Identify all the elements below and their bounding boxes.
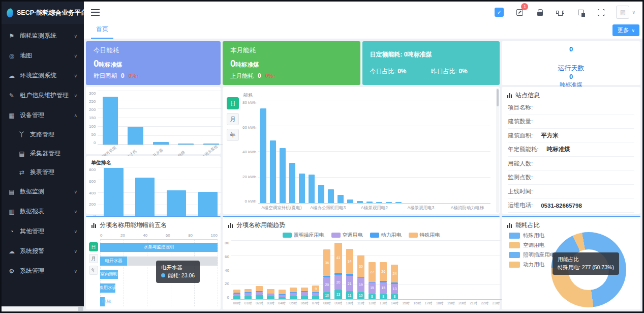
period-toggle-group: 日月年 [223, 87, 242, 214]
branch-energy-chart-panel: 300250200150100500空调室外机组饮水机电开水器电梯生活饮用水泵组 [86, 87, 221, 154]
site-info-row: 上线时间: [508, 185, 634, 199]
bar-slot [413, 100, 423, 203]
sidebar-item-device-mgmt[interactable]: ▦设备管理∧ [2, 105, 84, 125]
stacked-bar: 81527 [369, 241, 376, 299]
bar-slot [452, 100, 462, 203]
tab-home[interactable]: 首页 [91, 21, 113, 39]
sidebar-subitem-meter-swap-mgmt[interactable]: ⇄换表管理 [2, 163, 84, 182]
x-tick-label: A楼消防动力电梯 [444, 205, 490, 211]
toggle-月[interactable]: 月 [89, 254, 98, 263]
bar-slot [287, 100, 297, 203]
y-tick-label: 20 kWh [242, 175, 256, 179]
sidebar-subitem-branch-mgmt[interactable]: 丫支路管理 [2, 125, 84, 144]
sidebar-item-data-monitor[interactable]: ▤数据监测∨ [2, 182, 84, 202]
branch-energy-chart[interactable]: 300250200150100500空调室外机组饮水机电开水器电梯生活饮用水泵组 [89, 91, 224, 158]
chart-tooltip: 电开水器 能耗: 23.06 [156, 261, 200, 283]
sidebar-item-map[interactable]: ◎地图∨ [2, 46, 84, 66]
y-tick-label: 0 kWh [244, 199, 256, 204]
bar-segment: 20 [334, 275, 342, 290]
bar-slot [433, 100, 442, 203]
gear-icon: ⚙ [8, 268, 15, 275]
bar-segment: 34 [346, 249, 353, 274]
y-tick-label: 600 [89, 179, 96, 184]
legend-item[interactable]: 照明插座用电 [283, 232, 324, 239]
sidebar-item-system-mgmt[interactable]: ⚙系统管理∨ [2, 261, 84, 281]
scrollbar-thumb[interactable] [78, 307, 83, 311]
sidebar-item-label: 能耗监测系统 [20, 32, 56, 40]
legend-item[interactable]: 特殊用电 [409, 232, 440, 239]
donut-chart[interactable]: 特殊用电空调用电照明插座用电动力用电 用能占比 特殊用电: 277 (50.73… [502, 230, 640, 309]
card-today-energy: 今日能耗 0吨标准煤 昨日同期0 0%↑ [86, 41, 221, 85]
bar [366, 202, 373, 203]
legend-item[interactable]: 空调用电 [509, 242, 555, 249]
bar [260, 108, 266, 203]
bar-slot: 81324 [389, 241, 400, 299]
series-dot [161, 273, 165, 277]
toggle-年[interactable]: 年 [89, 266, 98, 275]
user-menu[interactable]: ▨ ∨ [616, 6, 635, 19]
trend-chart[interactable]: 8060402009102036132041112134101930815278… [225, 241, 502, 306]
bar-slot [161, 167, 192, 218]
main-energy-chart[interactable]: 80 kWh60 kWh40 kWh20 kWh0 kWhA楼空调室外机(夏电)… [242, 100, 490, 211]
bar-slot [400, 241, 411, 299]
device-icon: ▦ [8, 112, 15, 119]
vertical-scrollbar[interactable] [496, 88, 499, 213]
bars [98, 91, 224, 145]
sidebar-item-tenant-info[interactable]: ✎租户信息维护管理∨ [2, 86, 84, 105]
stacked-bar: 81324 [391, 241, 398, 299]
toggle-日[interactable]: 日 [227, 97, 239, 109]
card-summary-stats: 0 运行天数 0 吨标准煤 总能耗 0 吨标准煤 人均能耗 [502, 41, 640, 85]
legend-item[interactable]: 特殊用电 [509, 232, 555, 239]
site-info-row: 年定额能耗:吨标准煤 [508, 143, 634, 157]
bar-segment [244, 289, 252, 292]
sidebar-horizontal-scrollbar[interactable] [2, 306, 84, 311]
trend-chart-panel: 分项名称用能趋势 照明插座用电空调用电动力用电特殊用电 806040200910… [223, 216, 500, 309]
bar [198, 192, 218, 218]
period-toggle-group: 日月年 [86, 229, 100, 306]
bar-segment [312, 296, 319, 299]
sidebar-item-label: 数据报表 [20, 207, 44, 216]
scrollbar-thumb[interactable] [497, 89, 499, 106]
sidebar-item-system-alarm[interactable]: ☁系统报警∨ [2, 241, 84, 261]
site-info-panel: 站点信息 项目名称:建筑数量:建筑面积:平方米年定额能耗:吨标准煤用能人数:监测… [502, 87, 640, 214]
copy-icon[interactable] [575, 7, 586, 17]
sidebar-item-data-report[interactable]: ▥数据报表∨ [2, 202, 84, 221]
chevron-down-icon: ∨ [74, 209, 77, 214]
changelog-icon[interactable]: 1 [514, 7, 525, 17]
bar-segment: 20 [323, 277, 330, 292]
bar [357, 201, 363, 203]
theme-icon[interactable] [555, 7, 565, 17]
legend-item[interactable]: 空调用电 [331, 232, 363, 239]
bar-slot [316, 100, 326, 203]
x-tick-label: A楼景观用电2 [351, 205, 397, 211]
bar-slot [345, 100, 355, 203]
delta-badge: 0%↑ [265, 73, 276, 79]
bar-slot [445, 241, 456, 299]
sidebar-item-label: 地图 [20, 51, 32, 60]
lock-icon[interactable] [535, 7, 545, 17]
bar [280, 148, 286, 203]
bar-slot [254, 241, 265, 299]
message-icon[interactable]: ✓ [494, 7, 504, 17]
bar-slot [442, 100, 452, 203]
legend-item[interactable]: 动力用电 [509, 261, 555, 268]
legend-item[interactable]: 照明插座用电 [509, 251, 555, 259]
toggle-年[interactable]: 年 [227, 129, 239, 141]
fullscreen-icon[interactable] [596, 7, 606, 17]
bar-slot [123, 91, 148, 145]
sidebar-subitem-collector-mgmt[interactable]: ▤采集器管理 [2, 144, 84, 163]
more-button[interactable]: 更多 ∨ [612, 24, 639, 36]
site-info-value: 0531-82665798 [541, 203, 582, 209]
sidebar-item-energy-monitor[interactable]: ⚑能耗监测系统∨ [2, 26, 84, 46]
toggle-日[interactable]: 日 [89, 242, 98, 251]
toggle-月[interactable]: 月 [227, 113, 239, 125]
bar [386, 202, 392, 203]
x-tick-label: A楼办公照明用电3 [305, 205, 351, 211]
menu-collapse-icon[interactable] [91, 9, 100, 16]
x-tick-label: 12时 [366, 301, 378, 306]
legend-item[interactable]: 动力用电 [370, 232, 402, 239]
y-tick-label: 150 [89, 116, 96, 120]
sidebar-item-env-monitor[interactable]: ☁环境监测系统∨ [2, 66, 84, 86]
sidebar-item-other-mgmt[interactable]: ◔其他管理∨ [2, 221, 84, 241]
x-tick-label: A楼景观用电3 [397, 205, 444, 211]
